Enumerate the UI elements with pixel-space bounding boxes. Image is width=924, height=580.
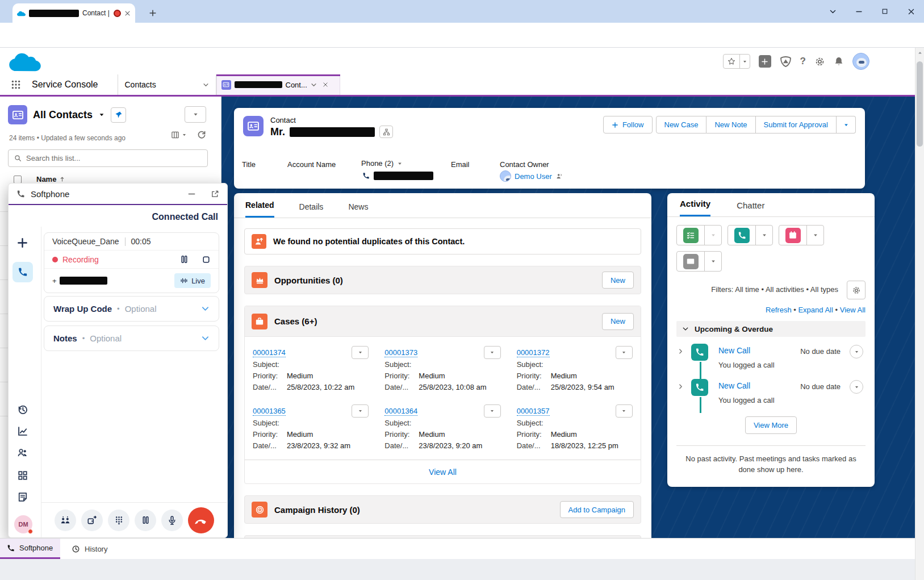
pause-recording-icon[interactable] — [179, 254, 189, 264]
scrollbar-up-arrow-icon[interactable] — [917, 50, 923, 56]
new-event-split-button[interactable] — [779, 225, 824, 245]
call-history-icon[interactable] — [17, 404, 28, 415]
activity-filter-gear-button[interactable] — [847, 281, 866, 299]
new-call-link[interactable]: New Call — [718, 346, 750, 355]
more-actions-caret-button[interactable] — [837, 116, 856, 133]
task-caret-icon[interactable] — [704, 226, 721, 245]
list-actions-caret-button[interactable] — [185, 106, 206, 123]
analytics-icon[interactable] — [17, 425, 28, 437]
page-scrollbar[interactable] — [915, 48, 924, 580]
quick-create-button[interactable] — [759, 55, 771, 68]
tab-activity[interactable]: Activity — [680, 199, 710, 216]
expand-item-chevron-icon[interactable] — [678, 348, 684, 354]
new-opportunity-button[interactable]: New — [602, 272, 634, 289]
dialpad-button[interactable] — [108, 510, 129, 531]
cases-title[interactable]: Cases (6+) — [274, 316, 317, 326]
tab-related[interactable]: Related — [245, 201, 274, 218]
phone-field[interactable]: Phone (2) — [361, 159, 403, 168]
opportunities-title[interactable]: Opportunities (0) — [274, 276, 343, 285]
case-number-link[interactable]: 00001357 — [517, 407, 550, 416]
window-maximize-icon[interactable] — [872, 0, 898, 23]
item-actions-caret-button[interactable] — [850, 380, 863, 394]
case-number-link[interactable]: 00001373 — [384, 348, 417, 357]
case-number-link[interactable]: 00001374 — [253, 348, 286, 357]
record-tab-chevron-icon[interactable] — [311, 82, 317, 88]
conference-button[interactable] — [55, 510, 76, 531]
scrollbar-thumb[interactable] — [917, 61, 923, 147]
follow-button[interactable]: Follow — [603, 116, 653, 133]
expand-all-link[interactable]: Expand All — [798, 306, 833, 314]
case-number-link[interactable]: 00001372 — [517, 348, 550, 357]
tab-details[interactable]: Details — [299, 202, 324, 218]
transfer-button[interactable] — [81, 510, 103, 531]
setup-gear-icon[interactable] — [814, 56, 825, 67]
contacts-icon[interactable] — [17, 447, 28, 458]
window-minimize-icon[interactable] — [846, 0, 872, 23]
cases-view-all-link[interactable]: View All — [429, 468, 457, 477]
favorites-combo-button[interactable] — [723, 54, 750, 69]
hold-button[interactable] — [135, 510, 156, 531]
end-call-button[interactable] — [188, 507, 214, 533]
notifications-bell-icon[interactable] — [834, 56, 844, 66]
notes-section[interactable]: Notes • Optional — [44, 326, 219, 351]
help-icon[interactable]: ? — [800, 56, 806, 67]
column-header-name[interactable]: Name — [36, 175, 65, 183]
case-actions-caret-button[interactable] — [352, 404, 369, 418]
list-view-caret-icon[interactable] — [98, 111, 105, 118]
view-more-button[interactable]: View More — [745, 416, 797, 434]
new-case-related-button[interactable]: New — [602, 313, 634, 330]
opportunities-section[interactable]: Opportunities (0) New — [244, 266, 641, 294]
wrapup-expand-chevron-icon[interactable] — [201, 304, 210, 313]
new-tab-button[interactable] — [145, 6, 160, 20]
nav-tab-contact-record-active[interactable]: Cont... — [216, 74, 340, 95]
utility-softphone-tab[interactable]: Softphone — [0, 539, 60, 559]
case-actions-caret-button[interactable] — [616, 404, 633, 418]
apps-grid-icon[interactable] — [17, 470, 28, 481]
softphone-minimize-icon[interactable] — [187, 190, 196, 198]
case-number-link[interactable]: 00001365 — [253, 407, 286, 416]
view-all-link[interactable]: View All — [840, 306, 866, 314]
submit-for-approval-button[interactable]: Submit for Approval — [756, 116, 837, 133]
tab-close-icon[interactable] — [124, 10, 131, 16]
add-to-campaign-button[interactable]: Add to Campaign — [560, 501, 634, 518]
email-split-button[interactable] — [676, 251, 722, 272]
select-all-checkbox[interactable] — [14, 176, 22, 183]
new-call-plus-icon[interactable] — [16, 237, 28, 249]
case-actions-caret-button[interactable] — [352, 346, 369, 359]
refresh-list-icon[interactable] — [197, 130, 206, 139]
phone-caret-icon[interactable] — [397, 161, 403, 166]
item-actions-caret-button[interactable] — [850, 345, 863, 358]
favorites-caret-icon[interactable] — [742, 59, 747, 64]
case-actions-caret-button[interactable] — [616, 346, 633, 359]
tab-chatter[interactable]: Chatter — [737, 201, 764, 216]
expand-item-chevron-icon[interactable] — [678, 383, 684, 390]
contacts-tab-chevron-icon[interactable] — [203, 82, 209, 88]
case-actions-caret-button[interactable] — [484, 404, 501, 418]
trailhead-icon[interactable] — [780, 56, 792, 68]
mute-button[interactable] — [161, 510, 183, 531]
window-menu-chevron-icon[interactable] — [820, 0, 846, 23]
redacted-phone-number[interactable] — [374, 172, 433, 180]
view-hierarchy-button[interactable] — [379, 126, 393, 138]
app-launcher-button[interactable] — [0, 80, 32, 90]
cases-header[interactable]: Cases (6+) New — [245, 306, 641, 337]
section-collapse-chevron-icon[interactable] — [682, 326, 689, 332]
calls-tab-active[interactable] — [12, 262, 33, 282]
case-number-link[interactable]: 00001364 — [384, 407, 417, 416]
log-call-split-button[interactable] — [728, 225, 773, 245]
wrapup-code-section[interactable]: Wrap Up Code • Optional — [44, 296, 219, 322]
change-owner-icon[interactable] — [555, 173, 563, 180]
new-case-button[interactable]: New Case — [656, 116, 707, 133]
tab-news[interactable]: News — [348, 202, 368, 218]
pin-list-view-button[interactable] — [111, 107, 126, 123]
log-call-caret-icon[interactable] — [755, 226, 772, 245]
event-caret-icon[interactable] — [806, 226, 823, 245]
campaign-history-section[interactable]: Campaign History (0) Add to Campaign — [244, 495, 641, 524]
list-view-title[interactable]: All Contacts — [33, 109, 93, 121]
list-search[interactable] — [8, 149, 208, 167]
notes-expand-chevron-icon[interactable] — [201, 334, 210, 343]
new-call-link[interactable]: New Call — [718, 381, 750, 390]
new-task-split-button[interactable] — [676, 225, 722, 245]
softphone-popout-icon[interactable] — [211, 190, 219, 198]
new-note-button[interactable]: New Note — [706, 116, 755, 133]
